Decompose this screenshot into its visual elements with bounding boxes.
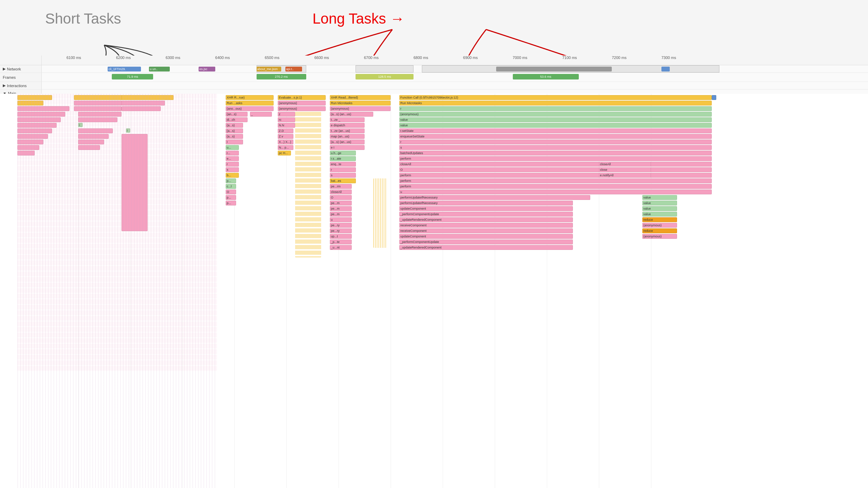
network-bar-es[interactable]: es.jsc bbox=[199, 67, 215, 71]
pem2-bar[interactable]: pe...m bbox=[330, 206, 352, 211]
anon4-bar[interactable]: (anonymous) bbox=[399, 112, 712, 117]
s3-bar[interactable]: s bbox=[399, 145, 712, 150]
u4-bar[interactable]: u bbox=[399, 190, 712, 194]
receivecomp1-bar[interactable]: receiveComponent bbox=[399, 223, 573, 228]
flame-bar[interactable] bbox=[17, 112, 65, 117]
flame-bar[interactable]: i bbox=[78, 123, 83, 127]
zd-bar[interactable]: Z.D bbox=[278, 128, 293, 133]
np-bar[interactable]: N... p... bbox=[278, 145, 293, 150]
network-bar-end[interactable] bbox=[661, 67, 670, 71]
pem1-bar[interactable]: pe...m bbox=[330, 201, 352, 205]
run-micro-bar[interactable]: Run Microtasks bbox=[330, 101, 391, 106]
anon2-bar[interactable]: (anonymous) bbox=[278, 106, 326, 111]
flame-bar[interactable]: i bbox=[126, 128, 131, 133]
anus-bar[interactable]: (a...s) (an...us) bbox=[330, 112, 373, 117]
performupdate1-bar[interactable]: performUpdateIfNecessary bbox=[399, 195, 590, 200]
pte-bar[interactable]: _p...te bbox=[330, 239, 352, 244]
upt-bar[interactable]: up...t bbox=[330, 234, 352, 239]
frames-bar-1[interactable]: 71.9 ms bbox=[112, 74, 153, 79]
rsetstate-bar[interactable]: r.setState bbox=[399, 128, 712, 133]
r6-bar[interactable]: r bbox=[399, 140, 712, 144]
flame-bar[interactable] bbox=[17, 145, 39, 150]
flame-bar[interactable] bbox=[74, 95, 126, 100]
O3-bar[interactable]: O bbox=[399, 167, 712, 172]
updaterendered2-bar[interactable]: _updateRenderedComponent bbox=[399, 245, 573, 250]
s-bar[interactable]: s bbox=[226, 167, 239, 172]
reduce2-right[interactable]: reduce bbox=[642, 228, 677, 233]
perm-bar[interactable]: pe...rm bbox=[330, 184, 352, 189]
frames-bar-3[interactable]: 128.5 ms bbox=[356, 74, 414, 79]
nn-bar[interactable]: N.N bbox=[278, 123, 295, 128]
flame-bar[interactable] bbox=[17, 128, 52, 133]
perform2-bar[interactable]: perform bbox=[399, 173, 712, 178]
value5-right[interactable]: value bbox=[642, 206, 677, 211]
network-bar-long[interactable] bbox=[496, 67, 612, 71]
perform3-bar[interactable]: perform bbox=[399, 178, 712, 183]
flame-bar[interactable] bbox=[122, 95, 174, 100]
p4-bar[interactable]: p... bbox=[226, 201, 236, 205]
network-bar-cli[interactable]: cli_1FTm29. bbox=[108, 67, 141, 71]
interactions-collapse-icon[interactable]: ▶ bbox=[3, 83, 6, 88]
uhge-bar[interactable]: u.h...ge bbox=[330, 151, 356, 155]
p3-bar[interactable]: p... bbox=[226, 195, 236, 200]
under-bar[interactable]: _ bbox=[250, 112, 272, 117]
frames-bar-4[interactable]: 53.6 ms bbox=[513, 74, 579, 79]
blue-bar[interactable] bbox=[712, 95, 716, 100]
ans-bar[interactable]: (an...s) bbox=[226, 112, 248, 117]
pch-bar[interactable]: pc H... bbox=[278, 151, 291, 155]
r3-bar[interactable]: r bbox=[226, 162, 239, 167]
anon6-right[interactable]: (anonymous) bbox=[642, 234, 677, 239]
anous-bar[interactable]: (ano...ous) bbox=[226, 106, 274, 111]
O2-bar[interactable]: O bbox=[330, 195, 352, 200]
flame-bar[interactable] bbox=[74, 101, 126, 106]
flame-bar[interactable] bbox=[122, 106, 161, 111]
flame-bar[interactable] bbox=[122, 101, 165, 106]
reduce1-right[interactable]: reduce bbox=[642, 217, 677, 222]
value1-bar[interactable]: value bbox=[399, 117, 712, 122]
pery1-bar[interactable]: pe...ry bbox=[330, 223, 352, 228]
as4-bar[interactable]: (a...s) (an...us) bbox=[330, 140, 365, 144]
z-bar[interactable]: z bbox=[278, 112, 295, 117]
r5-bar[interactable]: r bbox=[399, 106, 712, 111]
bates-bar[interactable]: bat...es bbox=[330, 178, 356, 183]
value6-right[interactable]: value bbox=[642, 212, 677, 217]
xhr-read-bar[interactable]: XHR Read...iltered) bbox=[330, 95, 391, 100]
xx-bar[interactable]: X...) X...) bbox=[278, 140, 293, 144]
flame-bar[interactable] bbox=[17, 106, 69, 111]
b-bar[interactable]: b... bbox=[226, 173, 239, 178]
enqte-bar[interactable]: enq...te bbox=[330, 162, 356, 167]
r4-bar[interactable]: r bbox=[330, 167, 356, 172]
anon3-bar[interactable]: (anonymous) bbox=[330, 106, 391, 111]
as2-bar[interactable]: (a...s) bbox=[226, 128, 243, 133]
flame-bar[interactable] bbox=[78, 140, 104, 144]
map-bar[interactable]: map (an...us) bbox=[330, 134, 365, 139]
value2-bar[interactable]: value bbox=[399, 123, 712, 128]
u3-bar[interactable]: u bbox=[330, 217, 352, 222]
updatecomp2-bar[interactable]: updateComponent bbox=[399, 234, 573, 239]
flame-bar[interactable] bbox=[17, 134, 48, 139]
close-right[interactable]: close bbox=[599, 167, 651, 172]
r2-bar[interactable]: r... bbox=[226, 151, 239, 155]
closeall3-bar[interactable]: closeAll bbox=[399, 162, 712, 167]
flame-bar[interactable] bbox=[17, 95, 52, 100]
function-call-bar[interactable]: Function Call (0.5f7c99157096ec64.js:12) bbox=[399, 95, 712, 100]
enqueuesetstate-bar[interactable]: enqueueSetState bbox=[399, 134, 712, 139]
perfcomp1-bar[interactable]: _performComponentUpdate bbox=[399, 212, 573, 217]
flame-bar[interactable] bbox=[78, 134, 109, 139]
anon1-bar[interactable]: (anonymous) bbox=[278, 101, 326, 106]
flame-bar[interactable] bbox=[17, 117, 61, 122]
s2-bar[interactable]: s bbox=[330, 173, 356, 178]
flame-bar[interactable] bbox=[17, 101, 43, 106]
tze2-bar[interactable]: t...ze (an...us) bbox=[330, 128, 365, 133]
flame-bar[interactable] bbox=[78, 117, 117, 122]
batchedupdates-bar[interactable]: batchedUpdates bbox=[399, 151, 712, 155]
flame-bar[interactable] bbox=[122, 134, 148, 231]
network-bar-un[interactable]: u un.. bbox=[149, 67, 170, 71]
flame-bar[interactable] bbox=[78, 128, 113, 133]
xhr-bar[interactable]: XHR R...rue) bbox=[226, 95, 274, 100]
e-bar[interactable]: e... bbox=[226, 156, 239, 161]
as1-bar[interactable]: (a...s) bbox=[226, 123, 243, 128]
flame-bar[interactable] bbox=[78, 145, 100, 150]
run-asks-bar[interactable]: Run ...asks bbox=[226, 101, 274, 106]
zv-bar[interactable]: Z.v bbox=[278, 134, 293, 139]
